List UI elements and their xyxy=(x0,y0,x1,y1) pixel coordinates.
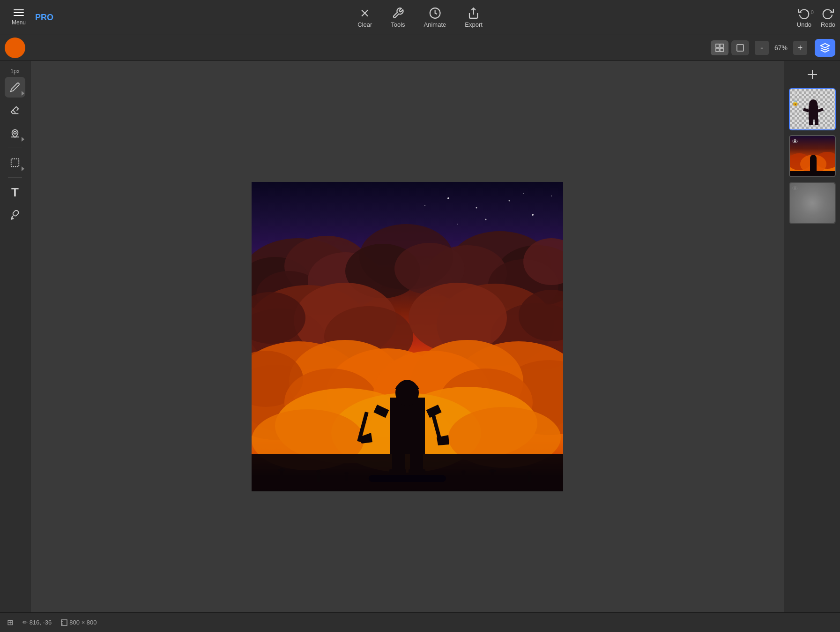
svg-rect-7 xyxy=(720,48,723,52)
svg-point-15 xyxy=(476,207,477,209)
top-actions: Clear Tools Animate Export xyxy=(357,7,483,28)
fill-icon xyxy=(10,128,20,138)
layer-item-3[interactable]: 👁 xyxy=(789,182,836,224)
svg-rect-75 xyxy=(316,471,321,473)
top-bar: Menu PRO Clear Tools Animate xyxy=(0,0,840,35)
cursor-coords: ✏ 816, -36 xyxy=(22,619,52,626)
view-toggle-group: - 67% + xyxy=(711,39,835,57)
fill-tool[interactable] xyxy=(5,123,25,143)
layer-2-eye-icon[interactable]: 👁 xyxy=(792,138,798,145)
toolbar-separator-1 xyxy=(8,148,22,148)
text-tool[interactable]: T xyxy=(5,182,25,203)
undo-count: 0 xyxy=(811,9,814,15)
svg-point-14 xyxy=(447,197,449,199)
export-button[interactable]: Export xyxy=(465,7,483,28)
undo-button[interactable]: 0 Undo xyxy=(797,7,811,28)
svg-point-20 xyxy=(485,219,486,220)
menu-label: Menu xyxy=(12,19,26,26)
dimensions-icon xyxy=(61,619,67,626)
svg-rect-5 xyxy=(720,44,723,47)
zoom-level: 67% xyxy=(772,44,790,52)
tool-submenu-arrow xyxy=(22,91,24,96)
clear-label: Clear xyxy=(357,21,372,28)
svg-rect-77 xyxy=(489,470,496,472)
single-view-button[interactable] xyxy=(731,40,749,55)
svg-point-19 xyxy=(424,205,425,206)
grid-icon xyxy=(715,44,724,52)
left-toolbar: 1px xyxy=(0,61,30,612)
redo-label: Redo xyxy=(821,21,835,28)
svg-rect-94 xyxy=(817,108,823,113)
tools-label: Tools xyxy=(391,21,405,28)
svg-point-10 xyxy=(14,131,16,134)
svg-rect-93 xyxy=(803,108,809,113)
svg-rect-6 xyxy=(716,48,719,52)
svg-marker-9 xyxy=(821,44,829,48)
clear-icon xyxy=(359,7,371,19)
menu-icon xyxy=(14,9,24,16)
svg-rect-68 xyxy=(392,449,405,473)
undo-label: Undo xyxy=(797,21,811,28)
eraser-tool[interactable] xyxy=(5,100,25,120)
layer-item-2[interactable]: 👁 xyxy=(789,135,836,177)
undo-redo-group: 0 Undo Redo xyxy=(797,7,835,28)
undo-icon xyxy=(798,7,810,19)
zoom-out-button[interactable]: - xyxy=(755,41,769,55)
canvas-dimensions: 800 × 800 xyxy=(61,619,97,626)
layer-3-eye-icon[interactable]: 👁 xyxy=(792,185,798,192)
svg-point-103 xyxy=(810,155,817,162)
zoom-in-button[interactable]: + xyxy=(793,41,807,55)
export-label: Export xyxy=(465,21,483,28)
menu-button[interactable]: Menu xyxy=(5,9,33,26)
svg-rect-106 xyxy=(61,620,67,625)
svg-point-16 xyxy=(508,200,510,202)
pencil-icon xyxy=(10,82,20,92)
pro-label: PRO xyxy=(35,13,53,23)
canvas-area[interactable] xyxy=(30,61,784,612)
svg-rect-69 xyxy=(410,449,423,473)
svg-rect-73 xyxy=(278,469,285,471)
color-picker[interactable] xyxy=(5,38,25,58)
main-layout: 1px xyxy=(0,61,840,612)
svg-rect-62 xyxy=(390,398,425,454)
text-icon: T xyxy=(11,185,19,200)
svg-point-22 xyxy=(457,224,458,225)
svg-rect-81 xyxy=(461,471,466,473)
redo-icon xyxy=(822,7,834,19)
second-bar: - 67% + xyxy=(0,35,840,61)
animate-button[interactable]: Animate xyxy=(424,7,446,28)
eyedropper-tool[interactable] xyxy=(5,205,25,226)
svg-rect-83 xyxy=(344,473,349,474)
svg-rect-4 xyxy=(716,44,719,47)
redo-button[interactable]: Redo xyxy=(821,7,835,28)
clear-button[interactable]: Clear xyxy=(357,7,372,28)
add-layer-button[interactable] xyxy=(803,66,821,83)
layers-panel: 👁 🔒 xyxy=(784,61,840,612)
pencil-tool[interactable] xyxy=(5,77,25,98)
pixel-canvas[interactable] xyxy=(252,182,563,491)
layers-button[interactable] xyxy=(815,39,835,57)
svg-rect-96 xyxy=(815,119,818,125)
tools-icon xyxy=(392,7,404,19)
toolbar-separator-2 xyxy=(8,177,22,178)
selection-tool[interactable] xyxy=(5,152,25,173)
eraser-icon xyxy=(10,105,20,115)
add-icon xyxy=(806,68,819,81)
bottom-bar: ⊞ ✏ 816, -36 800 × 800 xyxy=(0,612,840,632)
artwork-svg xyxy=(252,182,563,491)
svg-point-21 xyxy=(523,193,524,194)
svg-rect-104 xyxy=(810,170,813,175)
layer-1-lock-icon: 🔒 xyxy=(792,99,799,106)
layer-1-eye-icon[interactable]: 👁 xyxy=(792,91,798,98)
layer-item-1[interactable]: 👁 🔒 xyxy=(789,88,836,130)
svg-rect-61 xyxy=(252,454,563,491)
grid-view-button[interactable] xyxy=(711,40,728,55)
fill-submenu-arrow xyxy=(22,137,24,142)
svg-rect-11 xyxy=(11,159,19,167)
tools-button[interactable]: Tools xyxy=(391,7,405,28)
selection-icon xyxy=(10,158,20,168)
svg-point-18 xyxy=(551,196,552,196)
single-view-icon xyxy=(736,44,744,52)
canvas-size-icon: ⊞ xyxy=(7,618,13,627)
svg-point-92 xyxy=(809,99,818,109)
